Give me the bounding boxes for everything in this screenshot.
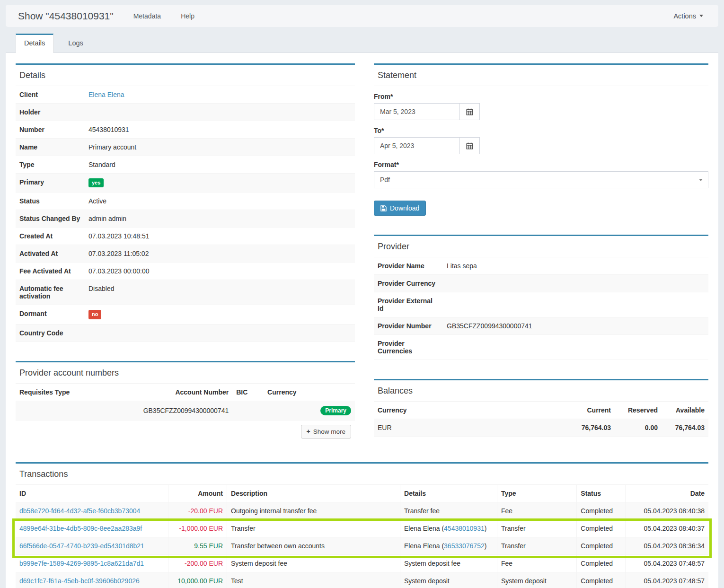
details-table: Client Elena Elena Holder Number 4543801… [16, 86, 355, 342]
page-header: Show "45438010931" Metadata Help Actions [6, 5, 718, 27]
amount-cell: -20.00 EUR [168, 502, 227, 519]
transaction-id-link[interactable]: 4899e64f-31be-4db5-809c-8ee2aa283a9f [19, 525, 142, 532]
provider-accounts-title: Provider account numbers [16, 362, 355, 384]
provider-panel: Provider Provider Name Litas sepa Provid… [374, 235, 708, 360]
calendar-icon [466, 108, 473, 115]
account-number-link[interactable]: 36533076752 [444, 542, 485, 550]
to-date-input[interactable] [374, 137, 459, 154]
transaction-id-link[interactable]: db58e720-fd64-4d32-af5e-f60cb3b73004 [19, 507, 140, 515]
transaction-row: b999e7fe-1589-4269-9895-1c8a621da7d1 -20… [16, 554, 708, 572]
tab-logs[interactable]: Logs [60, 34, 91, 53]
table-row: Created At 07.03.2023 10:48:51 [16, 228, 355, 245]
from-input-group [374, 103, 480, 120]
transaction-row: db58e720-fd64-4d32-af5e-f60cb3b73004 -20… [16, 502, 708, 519]
calendar-icon [466, 142, 473, 149]
provider-accounts-panel: Provider account numbers Requisites Type… [16, 361, 355, 443]
dormant-no-badge: no [88, 310, 101, 319]
save-icon [380, 205, 387, 211]
amount-cell: -1,000.00 EUR [168, 519, 227, 537]
provider-accounts-table: Requisites Type Account Number BIC Curre… [16, 384, 355, 443]
amount-cell: -200.00 EUR [168, 554, 227, 572]
from-date-input[interactable] [374, 103, 459, 120]
table-row: Status Active [16, 193, 355, 210]
page: Show "45438010931" Metadata Help Actions… [0, 0, 724, 588]
transactions-table: ID Amount Description Details Type Statu… [16, 485, 708, 588]
table-header-row: ID Amount Description Details Type Statu… [16, 485, 708, 502]
actions-button[interactable]: Actions [671, 12, 706, 20]
table-row: Automatic fee activation Disabled [16, 280, 355, 305]
details-panel-title: Details [16, 65, 355, 86]
table-row: Status Changed By admin admin [16, 210, 355, 228]
tab-content: Details Client Elena Elena Holder Number [6, 53, 718, 588]
format-select[interactable]: Pdf [374, 171, 708, 188]
table-row: Client Elena Elena [16, 86, 355, 104]
client-link[interactable]: Elena Elena [88, 91, 124, 98]
transactions-panel-title: Transactions [16, 464, 708, 485]
amount-cell: 9.55 EUR [168, 537, 227, 554]
statement-panel: Statement From* To* [374, 63, 708, 216]
primary-yes-badge: yes [88, 178, 104, 187]
tab-details[interactable]: Details [16, 34, 53, 53]
transaction-id-link[interactable]: b999e7fe-1589-4269-9895-1c8a621da7d1 [19, 560, 144, 567]
transaction-row-highlighted: 4899e64f-31be-4db5-809c-8ee2aa283a9f -1,… [16, 519, 708, 537]
statement-panel-title: Statement [374, 65, 708, 86]
to-label: To* [374, 127, 708, 134]
table-row: GB35CFZZ00994300000741 Primary [16, 401, 355, 420]
actions-button-label: Actions [673, 12, 696, 20]
menu-item-metadata[interactable]: Metadata [133, 12, 161, 20]
balances-table: Currency Current Reserved Available EUR … [374, 402, 708, 437]
caret-down-icon [699, 15, 703, 17]
table-row: Type Standard [16, 156, 355, 174]
table-row: Provider External Id [374, 292, 708, 317]
amount-cell: 10,000.00 EUR [168, 572, 227, 588]
format-label: Format* [374, 161, 708, 168]
download-button[interactable]: Download [374, 201, 426, 216]
table-row: EUR 76,764.03 0.00 76,764.03 [374, 419, 708, 437]
table-row: Provider Number GB35CFZZ00994300000741 [374, 317, 708, 335]
table-row: Primary yes [16, 174, 355, 193]
table-row: Holder [16, 104, 355, 121]
table-header-row: Currency Current Reserved Available [374, 402, 708, 419]
transaction-row: d69c1fc7-f61a-45eb-bc0f-39606b029026 10,… [16, 572, 708, 588]
table-row: Name Primary account [16, 139, 355, 156]
account-number-link[interactable]: 45438010931 [444, 525, 485, 532]
table-header-row: Requisites Type Account Number BIC Curre… [16, 384, 355, 401]
plus-icon: + [307, 428, 310, 435]
transaction-id-link[interactable]: d69c1fc7-f61a-45eb-bc0f-39606b029026 [19, 577, 140, 585]
table-row: Activated At 07.03.2023 11:05:02 [16, 245, 355, 263]
table-row: Number 45438010931 [16, 121, 355, 139]
show-more-row: + Show more [16, 420, 355, 443]
provider-table: Provider Name Litas sepa Provider Curren… [374, 257, 708, 360]
table-row: Provider Name Litas sepa [374, 257, 708, 275]
to-input-group [374, 137, 480, 154]
balances-panel: Balances Currency Current Reserved Avail… [374, 379, 708, 437]
transactions-panel: Transactions ID Amount Description Detai… [16, 462, 708, 588]
from-label: From* [374, 93, 708, 100]
table-row: Fee Activated At 07.03.2023 00:00:00 [16, 263, 355, 280]
page-title: Show "45438010931" [18, 10, 114, 22]
menu-item-help[interactable]: Help [181, 12, 194, 20]
details-panel: Details Client Elena Elena Holder Number [16, 63, 355, 342]
from-calendar-button[interactable] [459, 103, 480, 120]
transaction-row-highlighted: 66f566de-0547-4740-b239-ed54301d8b21 9.5… [16, 537, 708, 554]
account-number-cell: GB35CFZZ00994300000741 [140, 401, 233, 420]
balances-panel-title: Balances [374, 380, 708, 402]
provider-panel-title: Provider [374, 236, 708, 257]
table-row: Country Code [16, 324, 355, 342]
show-more-button[interactable]: + Show more [301, 425, 351, 439]
table-row: Dormant no [16, 305, 355, 324]
primary-pill-badge: Primary [320, 406, 351, 415]
table-row: Provider Currencies [374, 335, 708, 360]
transaction-id-link[interactable]: 66f566de-0547-4740-b239-ed54301d8b21 [19, 542, 144, 550]
table-row: Provider Currency [374, 275, 708, 292]
to-calendar-button[interactable] [459, 137, 480, 154]
tab-bar: Details Logs [6, 34, 718, 53]
